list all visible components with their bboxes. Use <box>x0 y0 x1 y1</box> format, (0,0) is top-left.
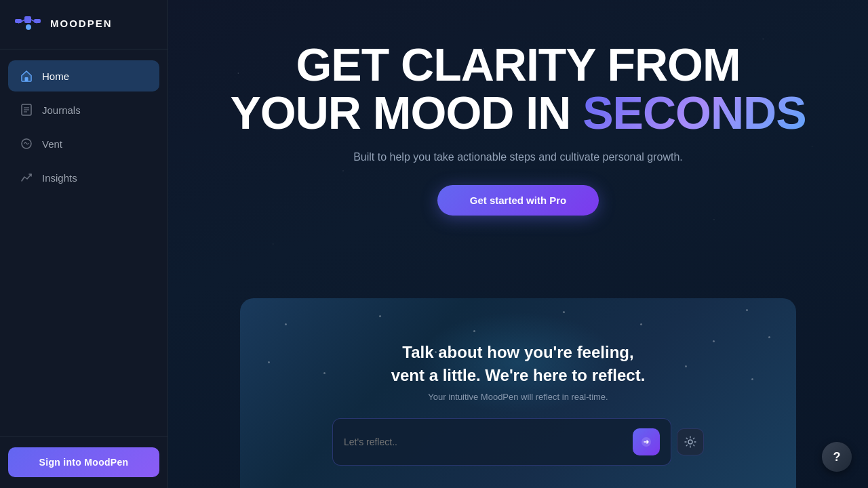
sidebar-item-home[interactable]: Home <box>8 60 159 92</box>
sidebar-item-home-label: Home <box>42 70 69 82</box>
preview-background: Talk about how you're feeling, vent a li… <box>240 298 796 488</box>
reflect-input[interactable] <box>344 436 633 447</box>
logo-area: MOODPEN <box>0 0 167 49</box>
reflect-input-wrapper[interactable] <box>332 418 671 466</box>
settings-button[interactable] <box>677 428 704 455</box>
preview-subtitle: Your intuitive MoodPen will reflect in r… <box>332 392 704 402</box>
preview-content: Talk about how you're feeling, vent a li… <box>305 341 731 466</box>
hero-title-line2: YOUR MOOD IN SECONDS <box>231 89 806 137</box>
settings-icon <box>684 436 696 448</box>
svg-rect-0 <box>15 19 22 23</box>
preview-title: Talk about how you're feeling, vent a li… <box>332 341 704 386</box>
send-icon <box>641 436 652 447</box>
main-content: GET CLARITY FROM YOUR MOOD IN SECONDS Bu… <box>168 0 868 488</box>
sidebar-item-insights[interactable]: Insights <box>8 162 159 193</box>
get-started-button[interactable]: Get started with Pro <box>437 185 599 216</box>
sidebar-item-vent[interactable]: Vent <box>8 128 159 159</box>
home-icon <box>19 68 34 83</box>
hero-section: GET CLARITY FROM YOUR MOOD IN SECONDS Bu… <box>231 0 806 216</box>
hero-title-line1: GET CLARITY FROM <box>231 41 806 89</box>
hero-title-plain: YOUR MOOD IN <box>231 87 571 138</box>
svg-rect-2 <box>34 19 41 23</box>
preview-title-line1: Talk about how you're feeling, <box>332 341 704 364</box>
vent-icon <box>19 136 34 151</box>
logo-icon <box>14 14 43 33</box>
app-name: MOODPEN <box>50 18 113 29</box>
svg-rect-6 <box>25 77 28 81</box>
journals-icon <box>19 102 34 117</box>
sidebar: MOODPEN Home Journals <box>0 0 168 488</box>
insights-icon <box>19 170 34 185</box>
main-nav: Home Journals Vent <box>0 49 167 436</box>
sidebar-item-journals-label: Journals <box>42 104 81 116</box>
sidebar-item-vent-label: Vent <box>42 138 62 150</box>
preview-card: Talk about how you're feeling, vent a li… <box>240 298 796 488</box>
input-area <box>332 418 704 466</box>
svg-point-13 <box>688 440 692 444</box>
preview-title-line2: vent a little. We're here to reflect. <box>332 364 704 387</box>
send-button[interactable] <box>633 428 660 455</box>
sign-in-button[interactable]: Sign into MoodPen <box>8 447 159 477</box>
sidebar-item-journals[interactable]: Journals <box>8 94 159 125</box>
svg-rect-1 <box>24 16 31 23</box>
svg-point-3 <box>26 24 31 30</box>
sidebar-footer: Sign into MoodPen <box>0 436 167 488</box>
sidebar-item-insights-label: Insights <box>42 172 77 184</box>
hero-title: GET CLARITY FROM YOUR MOOD IN SECONDS <box>231 41 806 138</box>
help-button[interactable]: ? <box>822 442 852 472</box>
hero-title-highlight: SECONDS <box>583 87 806 138</box>
hero-subtitle: Built to help you take actionable steps … <box>353 151 683 163</box>
